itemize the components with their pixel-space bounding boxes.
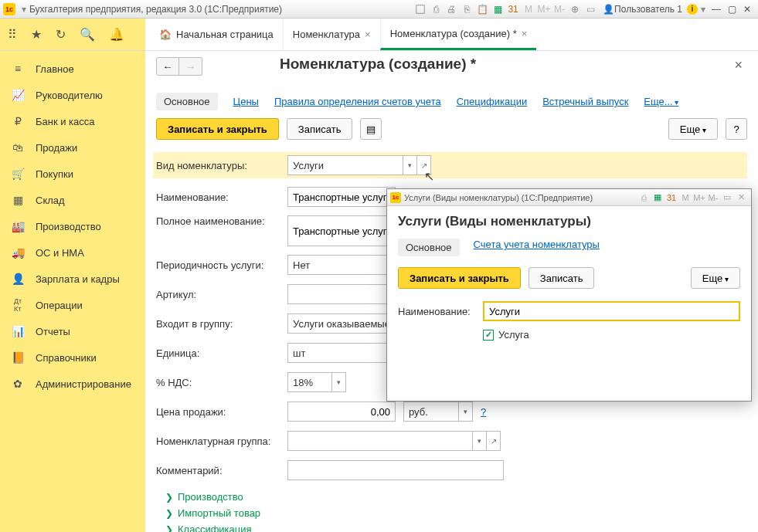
save-close-button[interactable]: Записать и закрыть — [156, 118, 279, 140]
apps-icon[interactable]: ⠿ — [8, 27, 17, 42]
bell-icon[interactable]: 🔔 — [109, 27, 124, 42]
subtab-specs[interactable]: Спецификации — [457, 96, 528, 107]
print-icon[interactable]: ⎙ — [637, 193, 651, 202]
print-icon[interactable]: ⎙ — [428, 2, 444, 16]
chart-icon: 📈 — [11, 89, 25, 101]
calendar-icon[interactable]: ▦ — [651, 192, 665, 202]
m-minus-icon[interactable]: M- — [552, 2, 567, 16]
price-input[interactable] — [287, 402, 396, 422]
tree-import[interactable]: ❯Импортный товар — [165, 505, 747, 521]
dialog-more-button[interactable]: Еще — [691, 267, 740, 289]
forward-button[interactable]: → — [179, 57, 202, 76]
favorite-icon[interactable]: ★ — [31, 27, 42, 42]
price-help[interactable]: ? — [481, 406, 486, 418]
currency-dropdown-icon[interactable]: ▾ — [459, 402, 473, 422]
artikul-input[interactable] — [287, 284, 396, 304]
unit-select[interactable]: шт — [287, 343, 396, 363]
app-menu-dropdown[interactable]: ▾ — [19, 4, 29, 15]
m-plus-icon[interactable]: M+ — [692, 193, 706, 202]
sidebar-item-bank[interactable]: ₽Банк и касса — [0, 108, 145, 134]
copy-icon[interactable]: ⎘ — [459, 2, 474, 16]
search-icon[interactable]: 🔍 — [80, 27, 95, 42]
dialog-name-input[interactable] — [483, 301, 740, 321]
sidebar-item-assets[interactable]: 🚚ОС и НМА — [0, 239, 145, 266]
sidebar-item-salary[interactable]: 👤Зарплата и кадры — [0, 266, 145, 292]
home-tab[interactable]: 🏠 Начальная страница — [150, 19, 283, 50]
info-icon[interactable]: i — [687, 4, 698, 15]
tab-close-icon[interactable]: × — [365, 29, 371, 40]
sidebar-item-reports[interactable]: 📊Отчеты — [0, 318, 145, 344]
nds-label: % НДС: — [156, 377, 287, 388]
close-button[interactable]: ✕ — [739, 4, 755, 15]
nomgroup-select[interactable] — [287, 431, 473, 451]
dialog-close-button[interactable]: ✕ — [734, 192, 748, 202]
sidebar-item-main[interactable]: ≡Главное — [0, 56, 145, 82]
dialog-save-close-button[interactable]: Записать и закрыть — [398, 267, 521, 289]
vid-select[interactable]: Услуги — [287, 155, 403, 175]
nds-select[interactable]: 18% — [287, 372, 332, 392]
maximize-button[interactable]: ▢ — [724, 4, 739, 15]
dialog-minimize-button[interactable]: ▭ — [720, 192, 734, 202]
minimize-button[interactable]: — — [709, 4, 724, 15]
subtab-prices[interactable]: Цены — [233, 96, 259, 107]
comment-input[interactable] — [287, 460, 504, 480]
compare-icon[interactable]: 📋 — [474, 2, 490, 16]
sidebar-item-admin[interactable]: ✿Администрирование — [0, 371, 145, 397]
dialog-save-button[interactable]: Записать — [529, 267, 595, 289]
date-icon[interactable]: 31 — [665, 193, 678, 202]
subtab-main[interactable]: Основное — [156, 93, 218, 110]
comment-label: Комментарий: — [156, 465, 287, 476]
calendar-icon[interactable]: ▦ — [490, 2, 505, 16]
m-icon[interactable]: M — [678, 193, 692, 202]
print-preview-icon[interactable]: 🖨 — [444, 2, 459, 16]
chevron-right-icon: ❯ — [165, 492, 173, 503]
group-select[interactable]: Услуги оказываемые — [287, 313, 396, 334]
sidebar-item-purchases[interactable]: 🛒Покупки — [0, 161, 145, 187]
ruble-icon: ₽ — [11, 115, 25, 127]
sidebar-item-warehouse[interactable]: ▦Склад — [0, 187, 145, 213]
calc-icon[interactable]: ▭ — [583, 2, 598, 16]
sidebar-item-sales[interactable]: 🛍Продажи — [0, 134, 145, 161]
subtab-more[interactable]: Еще... — [644, 96, 678, 107]
m-plus-icon[interactable]: M+ — [536, 2, 552, 16]
nomgroup-dropdown-icon[interactable]: ▾ — [473, 431, 487, 451]
m-minus-icon[interactable]: M- — [706, 193, 720, 202]
vid-dropdown-icon[interactable]: ▾ — [403, 155, 417, 175]
sidebar-item-operations[interactable]: ДтКтОперации — [0, 292, 145, 318]
m-icon[interactable]: M — [521, 2, 536, 16]
tree-production[interactable]: ❯Производство — [165, 489, 747, 505]
tab-close-icon[interactable]: × — [522, 28, 528, 39]
list-icon-button[interactable]: ▤ — [360, 118, 382, 140]
sidebar-item-references[interactable]: 📙Справочники — [0, 344, 145, 371]
back-button[interactable]: ← — [156, 57, 179, 76]
sidebar-item-production[interactable]: 🏭Производство — [0, 213, 145, 239]
tab-nomenclature-create[interactable]: Номенклатура (создание) * × — [380, 19, 537, 50]
date-icon[interactable]: 31 — [505, 2, 521, 16]
info-dropdown[interactable]: ▾ — [698, 4, 709, 15]
currency-select[interactable]: руб. — [403, 402, 459, 422]
close-page-button[interactable]: × — [729, 57, 747, 73]
tab-nomenclature[interactable]: Номенклатура × — [283, 19, 380, 50]
dialog-subtab-main[interactable]: Основное — [398, 239, 460, 256]
dialog-row-service: ✓ Услуга — [483, 329, 740, 341]
service-checkbox[interactable]: ✓ — [483, 330, 494, 341]
save-icon[interactable] — [413, 2, 428, 16]
subtab-counter[interactable]: Встречный выпуск — [542, 96, 628, 107]
name-input[interactable] — [287, 187, 396, 207]
history-icon[interactable]: ↻ — [56, 27, 66, 42]
sidebar-item-manager[interactable]: 📈Руководителю — [0, 82, 145, 108]
user-label[interactable]: 👤 Пользователь 1 — [603, 4, 682, 15]
fullname-input[interactable] — [287, 215, 396, 246]
period-select[interactable]: Нет — [287, 255, 396, 275]
fullname-label: Полное наименование: — [156, 215, 287, 227]
zoom-icon[interactable]: ⊕ — [567, 2, 583, 16]
save-button[interactable]: Записать — [287, 118, 353, 140]
nomgroup-open-icon[interactable]: ↗ — [487, 431, 501, 451]
vid-open-icon[interactable]: ↗ — [417, 155, 431, 175]
tree-classification[interactable]: ❯Классификация — [165, 521, 747, 532]
subtab-rules[interactable]: Правила определения счетов учета — [274, 96, 441, 107]
nds-dropdown-icon[interactable]: ▾ — [332, 372, 346, 392]
dialog-subtab-accounts[interactable]: Счета учета номенклатуры — [474, 239, 600, 256]
more-button[interactable]: Еще — [668, 118, 718, 140]
help-button[interactable]: ? — [726, 118, 747, 140]
